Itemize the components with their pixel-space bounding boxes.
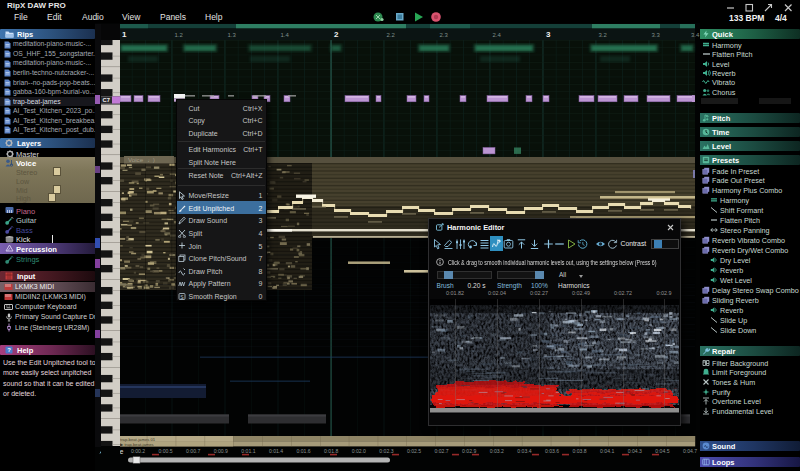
- svg-text:0:02.0: 0:02.0: [352, 448, 366, 454]
- svg-text:2.2: 2.2: [387, 32, 396, 38]
- svg-text:0:03.2: 0:03.2: [490, 448, 504, 454]
- svg-text:0:00.2: 0:00.2: [131, 448, 145, 454]
- svg-text:1: 1: [122, 30, 127, 39]
- svg-text:0:02.9: 0:02.9: [462, 448, 476, 454]
- svg-text:Voice: Voice: [128, 156, 144, 163]
- svg-text:0:01.8: 0:01.8: [324, 448, 338, 454]
- svg-text:0:01.1: 0:01.1: [241, 448, 255, 454]
- svg-text:1.4: 1.4: [281, 32, 290, 38]
- svg-text:?: ?: [7, 347, 11, 353]
- svg-text:2.4: 2.4: [493, 32, 502, 38]
- svg-text:3: 3: [546, 30, 551, 39]
- svg-text:0:00.7: 0:00.7: [186, 448, 200, 454]
- svg-text:0:03.8: 0:03.8: [573, 448, 587, 454]
- svg-text:0:00.9: 0:00.9: [214, 448, 228, 454]
- svg-text:3.3: 3.3: [652, 32, 661, 38]
- svg-text:0:04.7: 0:04.7: [683, 448, 697, 454]
- svg-text:0:03.6: 0:03.6: [545, 448, 559, 454]
- svg-text:▶ trap-beat-james: ▶ trap-beat-james: [120, 442, 154, 447]
- svg-text:♩): ♩): [148, 157, 155, 163]
- svg-text:0:02.5: 0:02.5: [407, 448, 421, 454]
- svg-text:0:02.3: 0:02.3: [379, 448, 393, 454]
- svg-text:3.2: 3.2: [599, 32, 608, 38]
- svg-text:0:04.3: 0:04.3: [628, 448, 642, 454]
- svg-text:0:02.7: 0:02.7: [435, 448, 449, 454]
- svg-text:1.3: 1.3: [228, 32, 237, 38]
- svg-text:0:03.4: 0:03.4: [517, 448, 531, 454]
- svg-text:2: 2: [334, 30, 339, 39]
- svg-text:0:04.5: 0:04.5: [655, 448, 669, 454]
- svg-text:0:01.4: 0:01.4: [269, 448, 283, 454]
- svg-text:0:01.6: 0:01.6: [297, 448, 311, 454]
- svg-text:3.4: 3.4: [691, 32, 700, 38]
- svg-text:2.3: 2.3: [440, 32, 449, 38]
- svg-text:1.2: 1.2: [175, 32, 184, 38]
- svg-text:0:04.1: 0:04.1: [600, 448, 614, 454]
- svg-text:C7: C7: [103, 97, 110, 103]
- svg-text:0:00.5: 0:00.5: [159, 448, 173, 454]
